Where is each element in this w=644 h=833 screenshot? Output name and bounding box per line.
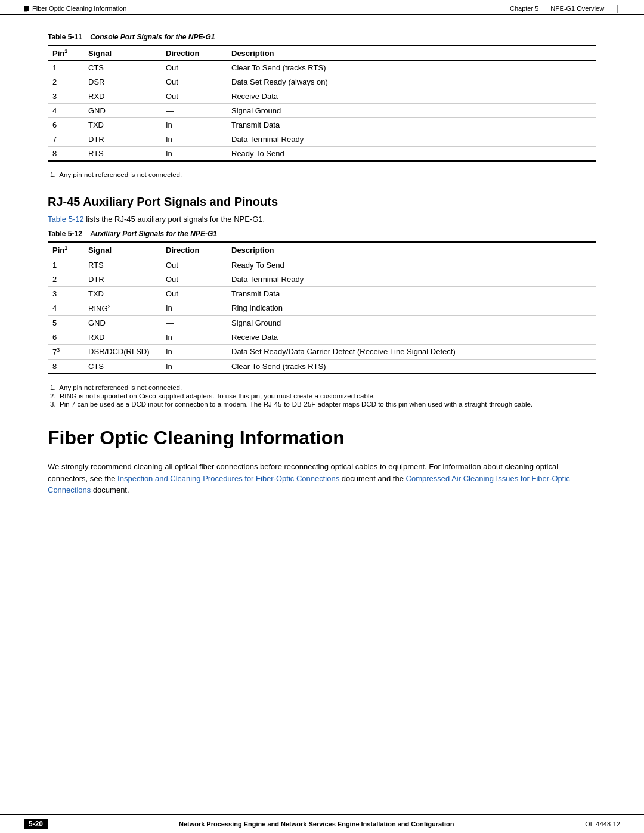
cell-signal: RXD: [83, 330, 161, 344]
cell-description: Clear To Send (tracks RTS): [227, 61, 596, 75]
table1-title: Table 5-11 Console Port Signals for the …: [48, 33, 596, 41]
table-row: 8 CTS In Clear To Send (tracks RTS): [48, 360, 596, 374]
cell-description: Signal Ground: [227, 315, 596, 330]
table1-footnote-1: 1. Any pin not referenced is not connect…: [50, 171, 596, 178]
footnote: 1. Any pin not referenced is not connect…: [50, 384, 596, 391]
cell-direction: Out: [161, 75, 227, 89]
cell-description: Transmit Data: [227, 286, 596, 301]
cell-pin: 8: [48, 147, 83, 162]
header-section-title: Fiber Optic Cleaning Information: [32, 5, 126, 12]
cell-direction: In: [161, 360, 227, 374]
header-icon: ■: [24, 6, 29, 11]
table-row: 5 GND — Signal Ground: [48, 315, 596, 330]
table-row: 7 DTR In Data Terminal Ready: [48, 132, 596, 147]
cell-description: Receive Data: [227, 330, 596, 344]
chapter-body: We strongly recommend cleaning all optic…: [48, 461, 596, 496]
header-left: ■ Fiber Optic Cleaning Information: [24, 5, 126, 12]
cell-pin: 73: [48, 344, 83, 359]
cell-description: Data Set Ready (always on): [227, 75, 596, 89]
cell-pin: 5: [48, 315, 83, 330]
table1-col-direction: Direction: [161, 45, 227, 61]
cell-signal: CTS: [83, 61, 161, 75]
table-row: 6 RXD In Receive Data: [48, 330, 596, 344]
table1-caption: Console Port Signals for the NPE-G1: [90, 33, 215, 41]
header-chapter: Chapter 5: [510, 5, 538, 12]
table-row: 2 DTR Out Data Terminal Ready: [48, 272, 596, 286]
cell-description: Clear To Send (tracks RTS): [227, 360, 596, 374]
table1-number: Table 5-11: [48, 33, 82, 41]
cell-direction: In: [161, 330, 227, 344]
footnote: 2. RING is not supported on Cisco-suppli…: [50, 392, 596, 400]
footnote: 3. Pin 7 can be used as a DCD input for …: [50, 401, 596, 408]
cell-direction: In: [161, 301, 227, 315]
cell-signal: RTS: [83, 258, 161, 272]
chapter-heading: Fiber Optic Cleaning Information: [48, 427, 596, 449]
footer-page-number: 5-20: [24, 819, 48, 829]
page-header: ■ Fiber Optic Cleaning Information Chapt…: [0, 0, 644, 15]
cell-direction: Out: [161, 89, 227, 104]
cell-direction: —: [161, 315, 227, 330]
table2-col-description: Description: [227, 242, 596, 258]
table1-pin-sup: 1: [64, 48, 67, 54]
table2-caption: Auxiliary Port Signals for the NPE-G1: [90, 230, 217, 238]
header-section: NPE-G1 Overview: [550, 5, 604, 12]
cell-signal: GND: [83, 104, 161, 118]
chapter-body-text3: document.: [91, 485, 129, 494]
table1: Pin1 Signal Direction Description 1 CTS …: [48, 45, 596, 162]
cell-description: Signal Ground: [227, 104, 596, 118]
cell-pin: 1: [48, 258, 83, 272]
table-row: 8 RTS In Ready To Send: [48, 147, 596, 162]
header-right: Chapter 5 NPE-G1 Overview │: [510, 5, 620, 12]
cell-description: Receive Data: [227, 89, 596, 104]
cell-description: Ring Indication: [227, 301, 596, 315]
table2-footnotes: 1. Any pin not referenced is not connect…: [48, 384, 596, 408]
table2-intro-text: lists the RJ-45 auxiliary port signals f…: [84, 215, 265, 224]
cell-direction: In: [161, 132, 227, 147]
table-row: 3 TXD Out Transmit Data: [48, 286, 596, 301]
table-row: 2 DSR Out Data Set Ready (always on): [48, 75, 596, 89]
table-row: 1 CTS Out Clear To Send (tracks RTS): [48, 61, 596, 75]
cell-direction: —: [161, 104, 227, 118]
cell-direction: Out: [161, 272, 227, 286]
cell-pin: 2: [48, 272, 83, 286]
cell-direction: In: [161, 118, 227, 132]
cell-direction: In: [161, 344, 227, 359]
cell-pin: 3: [48, 89, 83, 104]
table2: Pin1 Signal Direction Description 1 RTS …: [48, 241, 596, 374]
cell-description: Data Terminal Ready: [227, 272, 596, 286]
cell-description: Data Terminal Ready: [227, 132, 596, 147]
footer-title: Network Processing Engine and Network Se…: [60, 820, 573, 828]
cell-direction: Out: [161, 61, 227, 75]
table1-footnotes: 1. Any pin not referenced is not connect…: [48, 171, 596, 178]
cell-signal: TXD: [83, 118, 161, 132]
cell-pin: 7: [48, 132, 83, 147]
cell-pin: 3: [48, 286, 83, 301]
table-row: 3 RXD Out Receive Data: [48, 89, 596, 104]
cell-signal: DTR: [83, 132, 161, 147]
cell-description: Data Set Ready/Data Carrier Detect (Rece…: [227, 344, 596, 359]
main-content: Table 5-11 Console Port Signals for the …: [0, 15, 644, 550]
table-row: 73 DSR/DCD(RLSD) In Data Set Ready/Data …: [48, 344, 596, 359]
cell-direction: Out: [161, 286, 227, 301]
table-row: 1 RTS Out Ready To Send: [48, 258, 596, 272]
table2-col-pin: Pin1: [48, 242, 83, 258]
table2-intro-link[interactable]: Table 5-12: [48, 215, 84, 224]
cell-signal: TXD: [83, 286, 161, 301]
table2-col-direction: Direction: [161, 242, 227, 258]
footer-doc-number: OL-4448-12: [585, 820, 620, 828]
cell-signal: DSR/DCD(RLSD): [83, 344, 161, 359]
cell-pin: 6: [48, 118, 83, 132]
cell-description: Ready To Send: [227, 147, 596, 162]
page-footer: 5-20 Network Processing Engine and Netwo…: [0, 814, 644, 833]
cell-description: Transmit Data: [227, 118, 596, 132]
cell-pin: 4: [48, 301, 83, 315]
table1-col-signal: Signal: [83, 45, 161, 61]
cell-signal: CTS: [83, 360, 161, 374]
cell-pin: 4: [48, 104, 83, 118]
chapter-body-text2: document and the: [339, 474, 405, 483]
table2-col-signal: Signal: [83, 242, 161, 258]
cell-direction: Out: [161, 258, 227, 272]
cell-direction: In: [161, 147, 227, 162]
chapter-link1[interactable]: Inspection and Cleaning Procedures for F…: [117, 474, 339, 483]
table-row: 6 TXD In Transmit Data: [48, 118, 596, 132]
